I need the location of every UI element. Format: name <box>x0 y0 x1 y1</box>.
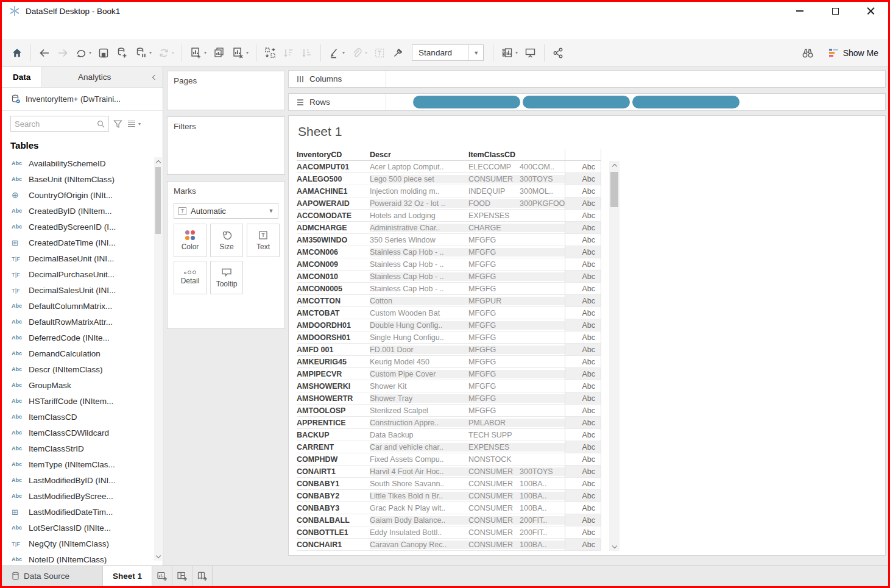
size-button[interactable]: Size <box>210 224 243 257</box>
field-item[interactable]: HSTariffCode (INItem... <box>2 393 163 409</box>
redo-button[interactable]: ▾ <box>72 44 94 62</box>
scrollbar-thumb[interactable] <box>155 167 161 234</box>
attach-button[interactable]: ▾ <box>348 44 370 62</box>
descr-cell[interactable]: Cotton <box>370 297 468 305</box>
field-pill[interactable] <box>632 96 740 108</box>
table-row[interactable]: AALEGO500 Lego 500 piece set CONSUMER300… <box>297 173 601 185</box>
table-row[interactable]: CARRENT Car and vehicle char.. EXPENSES … <box>297 441 601 453</box>
measure-cell[interactable]: Abc <box>565 307 601 319</box>
table-row[interactable]: AMFD 001 FD.001 Door MFGFG Abc <box>297 344 601 356</box>
item-class-cell[interactable]: FOOD300PKGFOO.. <box>468 199 565 208</box>
table-row[interactable]: BACKUP Data Backup TECH SUPP Abc <box>297 429 601 441</box>
table-row[interactable]: AMCTOBAT Custom Wooden Bat MFGFG Abc <box>297 307 601 319</box>
item-class-cell[interactable]: ELECCOMP400COM.. <box>468 163 565 171</box>
measure-cell[interactable]: Abc <box>565 466 601 477</box>
field-item[interactable]: NoteID (INItemClass) <box>2 551 163 565</box>
measure-cell[interactable]: Abc <box>565 502 601 514</box>
clear-sheet-button[interactable]: ▾ <box>228 44 252 62</box>
fit-selector[interactable]: Standard ▼ <box>412 44 484 61</box>
attach-dropdown-caret[interactable]: ▾ <box>365 50 367 55</box>
measure-cell[interactable]: Abc <box>565 453 601 465</box>
measure-cell[interactable]: Abc <box>565 319 601 331</box>
inventory-cd-cell[interactable]: ADMCHARGE <box>297 224 370 232</box>
inventory-cd-cell[interactable]: AM350WINDO <box>297 236 370 244</box>
descr-cell[interactable]: Harvil 4 Foot Air Hoc.. <box>370 467 468 476</box>
descr-cell[interactable]: Car and vehicle char.. <box>370 443 468 452</box>
descr-cell[interactable]: Data Backup <box>370 431 468 439</box>
tab-analytics[interactable]: Analytics <box>41 67 147 87</box>
sort-descending-button[interactable] <box>298 44 316 62</box>
new-datasource-button[interactable] <box>113 44 132 62</box>
table-row[interactable]: COMPHDW Fixed Assets Compu.. NONSTOCK Ab… <box>297 453 601 466</box>
descr-cell[interactable]: Shower Kit <box>370 382 468 391</box>
table-row[interactable]: AM350WINDO 350 Series Window MFGFG Abc <box>297 234 601 246</box>
table-row[interactable]: AMCON009 Stainless Cap Hob - .. MFGFG Ab… <box>297 258 601 271</box>
descr-cell[interactable]: Double Hung Config.. <box>370 321 468 330</box>
rows-shelf[interactable]: Rows <box>288 93 886 111</box>
menu-item[interactable] <box>63 26 76 34</box>
new-worksheet-button[interactable]: ▾ <box>186 44 210 62</box>
table-scrollbar[interactable] <box>609 161 620 551</box>
descr-cell[interactable]: Custom Pipe Cover <box>370 370 468 378</box>
field-item[interactable]: CountryOfOrigin (INIt... <box>2 187 163 203</box>
field-item[interactable]: GroupMask <box>2 377 163 393</box>
measure-cell[interactable]: Abc <box>565 356 601 367</box>
item-class-cell[interactable]: CONSUMER100BA.. <box>468 480 565 488</box>
descr-cell[interactable]: Grac Pack N Play wit.. <box>370 504 468 512</box>
table-row[interactable]: AACOMPUT01 Acer Laptop Comput.. ELECCOMP… <box>297 161 601 173</box>
item-class-cell[interactable]: MFGPUR <box>468 297 565 305</box>
show-mark-labels-button[interactable]: ▾ <box>498 44 521 62</box>
measure-column-header[interactable] <box>565 149 601 160</box>
measure-cell[interactable]: Abc <box>565 478 601 489</box>
field-item[interactable]: LastModifiedDateTim... <box>2 504 163 520</box>
descr-cell[interactable]: Fixed Assets Compu.. <box>370 455 468 464</box>
maximize-button[interactable] <box>818 2 853 20</box>
menu-item[interactable] <box>36 26 49 34</box>
inventory-cd-cell[interactable]: CONBABY2 <box>297 492 370 500</box>
descr-cell[interactable]: Poweraid 32 Oz - lot .. <box>370 199 468 208</box>
table-row[interactable]: ADMCHARGE Administrative Char.. CHARGE A… <box>297 222 601 234</box>
fields-scrollbar[interactable] <box>154 157 162 561</box>
descr-cell[interactable]: Construction Appre.. <box>370 419 468 427</box>
measure-cell[interactable]: Abc <box>565 417 601 428</box>
menu-item[interactable] <box>49 26 63 34</box>
color-button[interactable]: Color <box>174 224 207 257</box>
item-class-cell[interactable]: INDEQUIP300MOL.. <box>468 187 565 196</box>
collapse-pane-button[interactable] <box>147 67 163 87</box>
item-class-cell[interactable]: EXPENSES <box>468 211 565 220</box>
field-item[interactable]: BaseUnit (INItemClass) <box>2 171 163 187</box>
data-source-tab[interactable]: Data Source <box>2 566 103 586</box>
inventory-cd-cell[interactable]: CONCHAIR1 <box>297 540 370 549</box>
column-header[interactable]: Descr <box>370 151 468 159</box>
table-row[interactable]: AMSHOWERKI Shower Kit MFGFG Abc <box>297 380 601 392</box>
column-header[interactable]: InventoryCD <box>297 151 370 159</box>
view-options-button[interactable]: ▾ <box>127 119 141 128</box>
mark-labels-dropdown-caret[interactable]: ▾ <box>515 50 518 55</box>
field-item[interactable]: LotSerClassID (INIte... <box>2 520 163 536</box>
inventory-cd-cell[interactable]: BACKUP <box>297 431 370 439</box>
inventory-cd-cell[interactable]: AMCON009 <box>297 260 370 269</box>
field-item[interactable]: LastModifiedByScree... <box>2 488 163 504</box>
home-button[interactable] <box>8 44 26 62</box>
datasource-item[interactable]: InventoryItem+ (DwTraini... <box>2 88 163 111</box>
search-box[interactable] <box>10 116 109 132</box>
table-row[interactable]: CONBABY1 South Shore Savann.. CONSUMER10… <box>297 478 601 490</box>
minimize-button[interactable] <box>782 2 818 20</box>
table-scroll-down[interactable] <box>609 542 620 551</box>
field-item[interactable]: ItemClassStrID <box>2 441 163 456</box>
text-label-button[interactable] <box>370 44 389 62</box>
item-class-cell[interactable]: MFGFG <box>468 358 565 366</box>
descr-cell[interactable]: Acer Laptop Comput.. <box>370 163 468 171</box>
columns-shelf[interactable]: Columns <box>288 70 886 88</box>
inventory-cd-cell[interactable]: AMTOOLOSP <box>297 406 370 415</box>
item-class-cell[interactable]: MFGFG <box>468 272 565 281</box>
presentation-mode-button[interactable] <box>521 44 540 62</box>
menu-item[interactable] <box>9 26 23 34</box>
descr-cell[interactable]: South Shore Savann.. <box>370 480 468 488</box>
new-worksheet-dropdown-caret[interactable]: ▾ <box>204 50 207 55</box>
item-class-cell[interactable]: MFGFG <box>468 333 565 342</box>
item-class-cell[interactable]: PMLABOR <box>468 419 565 427</box>
new-worksheet-tab-button[interactable] <box>152 566 172 586</box>
descr-cell[interactable]: Stainless Cap Hob - .. <box>370 248 468 257</box>
item-class-cell[interactable]: NONSTOCK <box>468 455 565 464</box>
